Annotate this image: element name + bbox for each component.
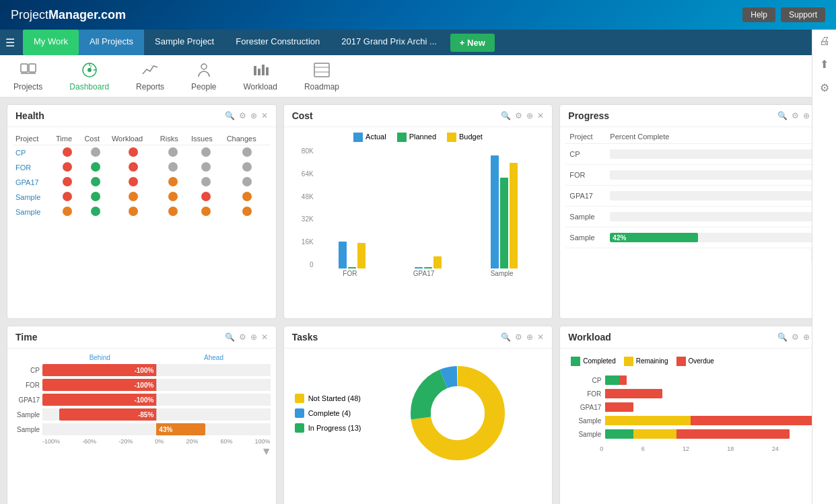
status-dot-issues [201,207,211,216]
nav-projects[interactable]: Projects [13,61,42,92]
project-link[interactable]: FOR [15,164,31,172]
progress-row: CP [565,144,823,165]
in-progress-label: In Progress (13) [308,424,361,432]
progress-search-icon[interactable]: 🔍 [777,111,788,120]
nav-dashboard[interactable]: Dashboard [69,61,109,92]
status-dot-time [63,192,72,201]
progress-expand-icon[interactable]: ⊕ [803,111,810,120]
health-expand-icon[interactable]: ⊕ [250,111,257,120]
tasks-search-icon[interactable]: 🔍 [501,332,511,342]
cost-expand-icon[interactable]: ⊕ [526,111,533,120]
time-row: Sample 43% [13,423,271,435]
time-scroll-down[interactable]: ▼ [263,447,271,456]
not-started-color [295,394,304,403]
workload-search-icon[interactable]: 🔍 [777,332,788,342]
time-panel: Time 🔍 ⚙ ⊕ ✕ Behind Ahead CP -100% FOR -… [7,326,277,504]
bar-group-for [315,242,390,268]
workload-expand-icon[interactable]: ⊕ [803,332,810,342]
time-row: Sample -85% [13,408,271,421]
cost-search-icon[interactable]: 🔍 [501,111,511,120]
progress-project-label: GPA17 [569,192,610,200]
share-icon[interactable]: ⬆ [820,58,829,71]
nav-people[interactable]: People [191,61,216,92]
legend-complete: Complete (4) [295,408,361,418]
hamburger-icon[interactable]: ☰ [5,36,15,49]
status-dot-workload [129,192,138,201]
workload-bar [605,416,818,425]
time-settings-icon[interactable]: ⚙ [239,332,246,342]
nav-roadmap[interactable]: Roadmap [304,61,339,92]
workload-title: Workload [568,332,611,343]
nav-my-work[interactable]: My Work [23,30,79,55]
nav-reports[interactable]: Reports [136,61,164,92]
workload-project-label: CP [571,377,601,384]
time-controls: 🔍 ⚙ ⊕ ✕ [225,332,268,342]
tasks-expand-icon[interactable]: ⊕ [526,332,533,342]
workload-settings-icon[interactable]: ⚙ [792,332,799,342]
workload-row: GPA17 [571,402,818,412]
cost-y-axis: 80K64K48K32K16K0 [295,147,314,268]
sidebar-settings-icon[interactable]: ⚙ [820,81,829,94]
wb-completed [605,429,633,439]
nav-forester[interactable]: Forester Construction [225,30,330,55]
status-dot-issues [201,147,211,157]
workload-body: Completed Remaining Overdue CP FOR GPA17… [560,349,829,458]
wl-overdue-legend: Overdue [676,357,714,366]
header: ProjectManager.com Help Support [0,0,836,30]
progress-panel: Progress 🔍 ⚙ ⊕ ✕ Project Percent Complet… [559,104,829,319]
progress-project-label: Sample [569,233,610,242]
tasks-body: Not Started (48) Complete (4) In Progres… [284,349,553,478]
workload-row: FOR [571,389,818,398]
nav-new-button[interactable]: + New [450,34,495,52]
col-changes: Changes [224,133,271,145]
health-settings-icon[interactable]: ⚙ [239,111,246,120]
health-table: Project Time Cost Workload Risks Issues … [13,133,271,219]
tasks-settings-icon[interactable]: ⚙ [515,332,522,342]
nav-grand-prix[interactable]: 2017 Grand Prix Archi ... [330,30,448,55]
status-dot-changes [242,147,252,157]
bar-gpa17-planned [424,267,432,268]
cost-legend: Actual Planned Budget [289,133,547,142]
progress-bar [610,170,819,180]
nav-all-projects[interactable]: All Projects [79,30,144,55]
progress-settings-icon[interactable]: ⚙ [792,111,799,120]
health-controls: 🔍 ⚙ ⊕ ✕ [225,111,268,120]
progress-project-label: FOR [569,171,610,179]
nav-workload[interactable]: Workload [243,61,277,92]
tasks-controls: 🔍 ⚙ ⊕ ✕ [501,332,544,342]
wl-completed-legend: Completed [571,357,615,366]
status-dot-time [63,177,72,186]
tasks-close-icon[interactable]: ✕ [537,332,544,342]
time-center-line [156,379,157,391]
nav-sample-project[interactable]: Sample Project [144,30,225,55]
col-issues: Issues [188,133,224,145]
help-button[interactable]: Help [742,7,775,22]
time-expand-icon[interactable]: ⊕ [250,332,257,342]
health-table-row: Sample [13,205,271,219]
time-behind-label: Behind [90,354,110,361]
time-close-icon[interactable]: ✕ [261,332,268,342]
health-close-icon[interactable]: ✕ [261,111,268,120]
health-search-icon[interactable]: 🔍 [225,111,235,120]
time-search-icon[interactable]: 🔍 [225,332,235,342]
wb-remaining [633,429,676,439]
progress-body: Project Percent Complete CP FOR GPA17 Sa… [560,127,829,267]
project-link[interactable]: Sample [15,208,40,216]
cost-settings-icon[interactable]: ⚙ [515,111,522,120]
cost-body: Actual Planned Budget 80K64K48K32K16K0 [284,127,553,283]
project-link[interactable]: CP [15,149,26,157]
support-button[interactable]: Support [781,7,825,22]
time-center-line [156,394,157,406]
roadmap-icon [312,61,331,79]
project-link[interactable]: GPA17 [15,178,39,186]
status-dot-changes [242,192,252,201]
svg-rect-1 [29,64,36,72]
cost-close-icon[interactable]: ✕ [537,111,544,120]
wb-overdue [605,402,633,412]
time-label: CP [13,367,40,374]
project-link[interactable]: Sample [15,193,40,201]
not-started-label: Not Started (48) [308,394,361,402]
cost-controls: 🔍 ⚙ ⊕ ✕ [501,111,544,120]
print-icon[interactable]: 🖨 [819,35,830,47]
time-bar: -100% [42,379,271,391]
